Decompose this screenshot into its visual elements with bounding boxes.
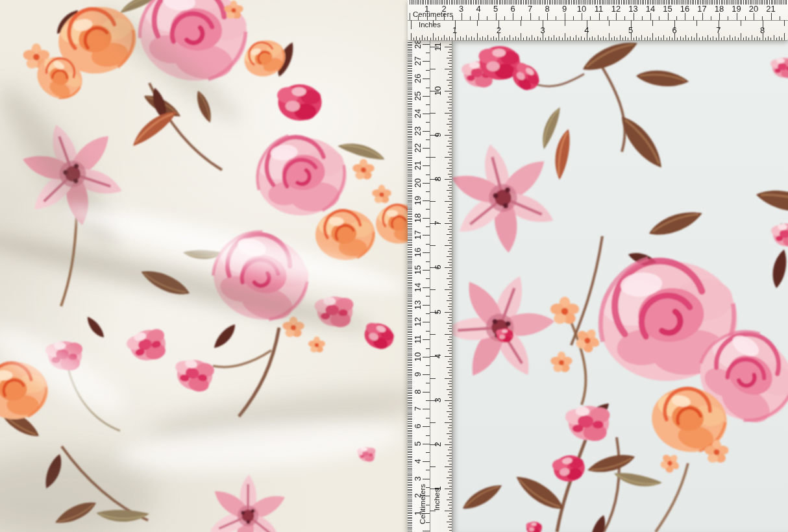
ruler-tick	[449, 326, 452, 326]
ruler-tick	[408, 162, 412, 163]
ruler-tick	[408, 479, 412, 479]
ruler-tick	[449, 160, 452, 160]
ruler-tick	[448, 240, 452, 241]
ruler-tick	[574, 0, 575, 5]
ruler-tick	[423, 218, 430, 219]
pink-carnation	[172, 357, 215, 394]
ruler-tick	[408, 202, 412, 202]
ruler-tick	[408, 51, 412, 51]
ruler-tick	[445, 422, 452, 423]
ruler-tick	[552, 0, 553, 5]
ruler-tick	[448, 417, 452, 417]
ruler-tick	[448, 439, 452, 439]
ruler-tick	[430, 201, 436, 202]
cm-number: 8	[545, 5, 549, 13]
stem	[239, 328, 279, 417]
ruler-tick	[676, 0, 677, 5]
stem	[213, 350, 271, 367]
ruler-tick	[408, 244, 412, 245]
ruler-tick	[408, 180, 412, 180]
ruler-tick	[408, 235, 412, 236]
ruler-tick	[408, 311, 412, 312]
ruler-tick	[462, 13, 462, 20]
ruler-tick	[748, 38, 749, 41]
ruler-tick	[728, 0, 728, 5]
ruler-tick	[408, 188, 412, 189]
cm-number: 11	[413, 335, 422, 344]
ruler-tick	[423, 374, 430, 375]
ruler-tick	[784, 33, 785, 40]
inch-number: 5	[628, 26, 633, 34]
ruler-tick	[554, 35, 554, 41]
ruler-tick	[408, 80, 412, 81]
ruler-tick	[759, 0, 759, 5]
ruler-tick	[447, 478, 452, 478]
ruler-tick	[408, 267, 412, 267]
ruler-tick	[677, 38, 678, 41]
ruler-tick	[445, 91, 452, 91]
ruler-tick	[408, 284, 412, 284]
ruler-tick	[445, 444, 452, 445]
ruler-tick	[650, 38, 650, 41]
ruler-tick	[423, 479, 430, 479]
stem	[602, 67, 625, 152]
cm-number: 11	[595, 5, 604, 13]
ruler-tick	[408, 517, 412, 518]
cm-number: 15	[663, 5, 672, 13]
pink-carnation	[125, 326, 170, 365]
ruler-tick	[759, 38, 760, 41]
ruler-tick	[449, 260, 452, 260]
cm-number: 21	[766, 5, 775, 13]
ruler-tick	[408, 176, 412, 176]
brown-leaf	[195, 89, 213, 124]
ruler-tick	[408, 506, 412, 507]
ruler-tick	[515, 36, 516, 41]
ruler-tick	[448, 130, 452, 130]
ruler-tick	[732, 38, 733, 41]
draped-fabric-photo	[0, 0, 408, 532]
cm-number: 10	[577, 5, 586, 13]
ruler-tick	[449, 524, 452, 525]
ruler-tick	[448, 483, 452, 483]
ruler-tick	[408, 178, 412, 178]
ruler-tick	[408, 175, 412, 175]
ruler-tick	[565, 13, 565, 20]
ruler-tick	[408, 383, 412, 383]
ruler-tick	[408, 457, 412, 458]
ruler-tick	[782, 38, 782, 41]
ruler-tick	[408, 470, 412, 470]
ruler-tick	[449, 60, 452, 61]
ruler-tick	[735, 36, 735, 41]
ruler-tick	[408, 153, 412, 154]
ruler-tick	[408, 518, 412, 519]
ruler-tick	[433, 20, 434, 26]
ruler-tick	[408, 94, 412, 95]
ruler-tick	[408, 398, 412, 399]
ruler-tick	[408, 387, 412, 387]
ruler-tick	[408, 251, 412, 252]
ruler-tick	[741, 33, 741, 40]
ruler-tick	[445, 113, 452, 114]
ruler-tick	[448, 119, 452, 119]
ruler-tick	[408, 148, 412, 149]
ruler-tick	[408, 452, 412, 453]
pink-carnation	[770, 58, 788, 79]
ruler-tick	[423, 148, 430, 149]
cm-number: 2	[413, 494, 422, 498]
ruler-tick	[604, 0, 604, 5]
ruler-tick	[408, 42, 412, 43]
ruler-tick	[502, 38, 502, 41]
ruler-tick	[449, 359, 452, 359]
ruler-tick	[408, 376, 412, 376]
ruler-tick	[448, 361, 452, 362]
ruler-tick	[696, 20, 697, 26]
ruler-tick	[592, 0, 593, 5]
ruler-tick	[641, 35, 642, 41]
ruler-tick	[460, 36, 461, 41]
ruler-tick	[408, 472, 412, 472]
ruler-tick	[581, 36, 582, 41]
ruler-tick	[447, 256, 452, 257]
ruler-tick	[423, 235, 430, 236]
ruler-tick	[449, 293, 452, 293]
ruler-tick	[408, 230, 412, 230]
